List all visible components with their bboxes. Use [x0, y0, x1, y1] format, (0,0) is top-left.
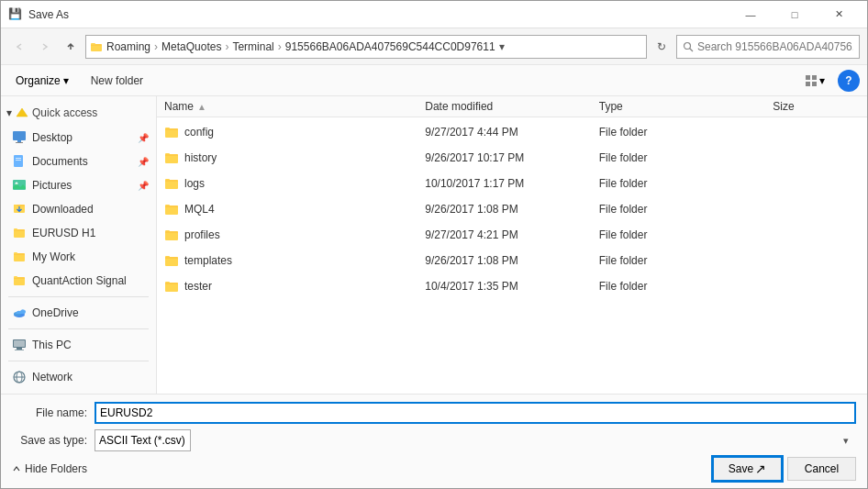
onedrive-icon — [12, 306, 27, 320]
downloaded-label: Downloaded — [32, 203, 149, 216]
sidebar-item-onedrive[interactable]: OneDrive — [1, 301, 156, 325]
save-button[interactable]: Save ↗ — [713, 457, 782, 481]
pictures-label: Pictures — [32, 179, 132, 192]
up-button[interactable] — [60, 36, 82, 58]
svg-rect-39 — [165, 179, 170, 181]
title-bar: 💾 Save As — □ ✕ — [1, 1, 867, 28]
pictures-icon — [12, 178, 27, 193]
organize-button[interactable]: Organize ▾ — [8, 70, 76, 92]
view-icon — [805, 74, 818, 87]
refresh-button[interactable]: ↻ — [651, 36, 673, 58]
breadcrumb-terminal[interactable]: Terminal — [232, 40, 273, 53]
breadcrumb-roaming[interactable]: Roaming — [106, 40, 150, 53]
search-input[interactable] — [697, 40, 853, 53]
sidebar-item-downloaded[interactable]: Downloaded — [1, 197, 156, 221]
filename-row: File name: — [12, 402, 856, 424]
saveastype-select[interactable]: ASCII Text (*.csv) — [95, 429, 191, 451]
new-folder-button[interactable]: New folder — [83, 70, 150, 92]
svg-rect-29 — [15, 350, 24, 350]
svg-rect-30 — [14, 340, 25, 347]
svg-rect-35 — [165, 128, 170, 129]
sidebar-item-thispc[interactable]: This PC — [1, 333, 156, 357]
svg-rect-44 — [165, 257, 178, 266]
pin-icon: 📌 — [138, 133, 149, 143]
svg-rect-7 — [812, 82, 817, 86]
svg-line-3 — [690, 48, 694, 51]
svg-rect-13 — [16, 158, 21, 159]
svg-rect-22 — [14, 252, 17, 254]
svg-rect-43 — [165, 230, 170, 232]
col-size-header[interactable]: Size — [773, 100, 860, 113]
breadcrumb-hash[interactable]: 915566BA06ADA407569C544CC0D97611 — [285, 40, 495, 53]
sidebar-item-eurusd[interactable]: EURUSD H1 — [1, 221, 156, 245]
cancel-button[interactable]: Cancel — [787, 457, 856, 481]
filename-input[interactable] — [95, 402, 856, 424]
folder-icon — [164, 202, 179, 217]
sidebar-item-desktop[interactable]: Desktop 📌 — [1, 126, 156, 150]
folder-icon — [164, 228, 179, 242]
main-area: ▾ Quick access Desktop 📌 Documents 📌 — [1, 96, 867, 394]
table-row[interactable]: logs 10/10/2017 1:17 PM File folder — [157, 171, 867, 196]
file-type-cell: File folder — [599, 126, 773, 139]
file-list: config 9/27/2017 4:44 PM File folder his… — [157, 117, 867, 394]
file-name-cell: config — [164, 125, 425, 139]
sidebar-item-network[interactable]: Network — [1, 365, 156, 389]
file-date-cell: 9/26/2017 1:08 PM — [425, 254, 599, 267]
file-name-cell: tester — [164, 279, 425, 294]
breadcrumb: Roaming › MetaQuotes › Terminal › 915566… — [106, 40, 495, 53]
svg-rect-42 — [165, 231, 178, 240]
minimize-button[interactable]: — — [729, 1, 772, 28]
sidebar-item-quantaction[interactable]: QuantAction Signal — [1, 269, 156, 293]
file-type-cell: File folder — [599, 228, 773, 241]
sidebar-divider-2 — [8, 328, 149, 329]
svg-rect-9 — [13, 131, 26, 140]
help-button[interactable]: ? — [838, 70, 860, 92]
hide-folders-button[interactable]: Hide Folders — [12, 462, 707, 475]
table-row[interactable]: history 9/26/2017 10:17 PM File folder — [157, 145, 867, 171]
view-button[interactable]: ▾ — [799, 70, 830, 92]
file-name-cell: profiles — [164, 228, 425, 242]
file-name-cell: logs — [164, 176, 425, 191]
quick-access-icon — [16, 106, 28, 119]
quick-access-header[interactable]: ▾ Quick access — [1, 100, 156, 126]
col-date-header[interactable]: Date modified — [425, 100, 599, 113]
search-icon — [683, 41, 694, 52]
table-row[interactable]: profiles 9/27/2017 4:21 PM File folder — [157, 222, 867, 248]
network-icon — [12, 370, 27, 384]
sidebar: ▾ Quick access Desktop 📌 Documents 📌 — [1, 96, 157, 394]
svg-rect-38 — [165, 180, 178, 189]
dialog-icon: 💾 — [8, 7, 23, 22]
table-row[interactable]: templates 9/26/2017 1:08 PM File folder — [157, 248, 867, 273]
onedrive-label: OneDrive — [32, 306, 149, 319]
address-dropdown-button[interactable]: ▾ — [499, 40, 505, 53]
pin-icon-docs: 📌 — [138, 157, 149, 167]
svg-rect-4 — [806, 75, 810, 80]
saveastype-label: Save as type: — [12, 434, 95, 447]
sidebar-item-mywork[interactable]: My Work — [1, 245, 156, 269]
table-row[interactable]: MQL4 9/26/2017 1:08 PM File folder — [157, 196, 867, 222]
sidebar-item-pictures[interactable]: Pictures 📌 — [1, 173, 156, 197]
file-date-cell: 10/4/2017 1:35 PM — [425, 280, 599, 293]
address-bar[interactable]: Roaming › MetaQuotes › Terminal › 915566… — [85, 35, 647, 59]
forward-button[interactable] — [34, 36, 56, 58]
svg-rect-14 — [16, 160, 21, 161]
table-row[interactable]: config 9/27/2017 4:44 PM File folder — [157, 119, 867, 145]
file-type-cell: File folder — [599, 280, 773, 293]
sidebar-divider-3 — [8, 361, 149, 361]
downloaded-icon — [12, 202, 27, 217]
sidebar-item-documents[interactable]: Documents 📌 — [1, 150, 156, 173]
back-button[interactable] — [8, 36, 30, 58]
network-label: Network — [32, 371, 149, 383]
breadcrumb-metaquotes[interactable]: MetaQuotes — [161, 40, 221, 53]
col-name-header[interactable]: Name ▲ — [164, 100, 425, 113]
saveastype-wrapper: ASCII Text (*.csv) — [95, 429, 856, 451]
search-box[interactable] — [676, 35, 860, 59]
pin-icon-pics: 📌 — [138, 181, 149, 191]
maximize-button[interactable]: □ — [773, 1, 816, 28]
svg-rect-20 — [14, 228, 17, 230]
close-button[interactable]: ✕ — [818, 1, 860, 28]
folder-icon — [164, 253, 179, 268]
svg-rect-21 — [14, 253, 25, 261]
col-type-header[interactable]: Type — [599, 100, 773, 113]
table-row[interactable]: tester 10/4/2017 1:35 PM File folder — [157, 273, 867, 299]
